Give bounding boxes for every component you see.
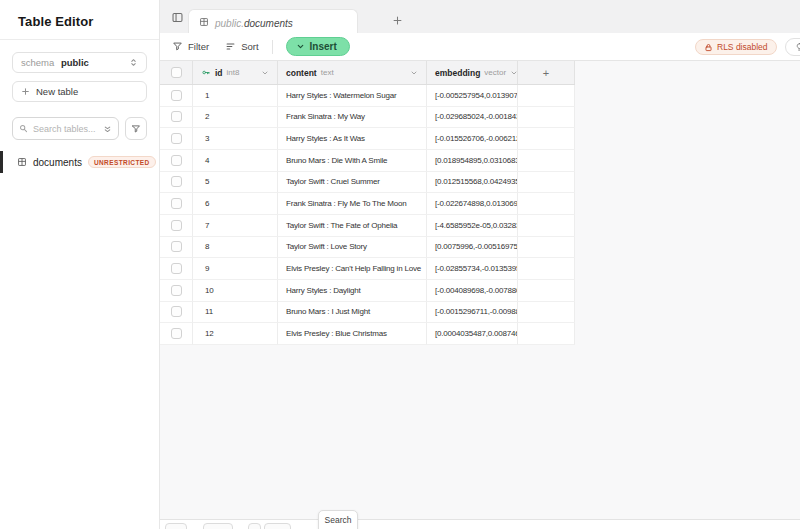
column-header-embedding[interactable]: embedding vector	[427, 61, 518, 84]
row-checkbox[interactable]	[160, 215, 193, 237]
table-row[interactable]: 5 Taylor Swift : Cruel Summer [0.0125155…	[160, 172, 575, 194]
cell-embedding[interactable]: [0.0004035487,0.0087469	[427, 323, 518, 345]
table-row[interactable]: 1 Harry Styles : Watermelon Sugar [-0.00…	[160, 85, 575, 107]
column-name: embedding	[435, 68, 480, 78]
cell-id[interactable]: 10	[193, 280, 278, 302]
table-grid-icon	[17, 157, 27, 167]
cell-id[interactable]: 9	[193, 258, 278, 280]
new-tab-button[interactable]	[386, 9, 408, 31]
table-row[interactable]: 11 Bruno Mars : I Just Might [-0.0015296…	[160, 302, 575, 324]
table-row[interactable]: 7 Taylor Swift : The Fate of Ophelia [-4…	[160, 215, 575, 237]
cell-content[interactable]: Harry Styles : Watermelon Sugar	[278, 85, 427, 107]
tab-bar: public.documents	[160, 0, 800, 34]
select-all-checkbox[interactable]	[160, 61, 193, 84]
cell-empty	[518, 323, 575, 345]
new-table-button[interactable]: New table	[12, 81, 147, 102]
checkbox-icon	[171, 198, 182, 209]
row-checkbox[interactable]	[160, 193, 193, 215]
cell-content[interactable]: Taylor Swift : Cruel Summer	[278, 172, 427, 194]
row-checkbox[interactable]	[160, 150, 193, 172]
search-tables-input[interactable]: Search tables...	[12, 117, 119, 140]
grid-toolbar: Filter Sort Insert RLS disabled	[160, 33, 800, 61]
row-checkbox[interactable]	[160, 237, 193, 259]
sort-button[interactable]: Sort	[225, 41, 258, 52]
row-checkbox[interactable]	[160, 107, 193, 129]
collapse-sidebar-button[interactable]	[167, 8, 187, 26]
table-row[interactable]: 9 Elvis Presley : Can't Help Falling in …	[160, 258, 575, 280]
table-row[interactable]: 8 Taylor Swift : Love Story [0.0075996,-…	[160, 237, 575, 259]
sort-label: Sort	[241, 41, 258, 52]
cell-embedding[interactable]: [-0.02855734,-0.0135395	[427, 258, 518, 280]
cell-content[interactable]: Bruno Mars : Die With A Smile	[278, 150, 427, 172]
chevrons-up-down-icon	[129, 58, 138, 67]
cell-id[interactable]: 8	[193, 237, 278, 259]
cell-content[interactable]: Harry Styles : Daylight	[278, 280, 427, 302]
chevron-down-icon[interactable]	[510, 69, 518, 77]
cell-embedding[interactable]: [-0.029685024,-0.001843	[427, 107, 518, 129]
cell-embedding[interactable]: [-4.6585952e-05,0.03283	[427, 215, 518, 237]
column-header-id[interactable]: id int8	[193, 61, 278, 84]
hint-button-partial[interactable]: In	[785, 38, 800, 56]
table-row[interactable]: 12 Elvis Presley : Blue Christmas [0.000…	[160, 323, 575, 345]
schema-select[interactable]: schema public	[12, 52, 147, 73]
cell-embedding[interactable]: [-0.005257954,0.0139075	[427, 85, 518, 107]
rls-disabled-button[interactable]: RLS disabled	[695, 39, 777, 55]
table-row[interactable]: 6 Frank Sinatra : Fly Me To The Moon [-0…	[160, 193, 575, 215]
row-checkbox[interactable]	[160, 128, 193, 150]
row-checkbox[interactable]	[160, 172, 193, 194]
cell-content[interactable]: Elvis Presley : Blue Christmas	[278, 323, 427, 345]
grid-header-row: id int8 content text embedding vector	[160, 61, 575, 85]
cell-id[interactable]: 1	[193, 85, 278, 107]
cell-content[interactable]: Taylor Swift : The Fate of Ophelia	[278, 215, 427, 237]
cell-embedding[interactable]: [0.018954895,0.03106837	[427, 150, 518, 172]
cell-embedding[interactable]: [-0.0015296711,-0.00988	[427, 302, 518, 324]
next-page-button[interactable]	[248, 523, 261, 529]
table-row[interactable]: 4 Bruno Mars : Die With A Smile [0.01895…	[160, 150, 575, 172]
cell-id[interactable]: 5	[193, 172, 278, 194]
sidebar-item-documents[interactable]: documents UNRESTRICTED ⋮	[0, 151, 159, 173]
cell-empty	[518, 85, 575, 107]
cell-empty	[518, 107, 575, 129]
row-checkbox[interactable]	[160, 323, 193, 345]
table-row[interactable]: 3 Harry Styles : As It Was [-0.015526706…	[160, 128, 575, 150]
filter-button[interactable]: Filter	[172, 41, 209, 52]
cell-embedding[interactable]: [0.0075996,-0.005169757	[427, 237, 518, 259]
refresh-button[interactable]	[165, 523, 187, 529]
table-row[interactable]: 2 Frank Sinatra : My Way [-0.029685024,-…	[160, 107, 575, 129]
cell-content[interactable]: Taylor Swift : Love Story	[278, 237, 427, 259]
cell-content[interactable]: Frank Sinatra : Fly Me To The Moon	[278, 193, 427, 215]
chevron-down-icon[interactable]	[261, 69, 269, 77]
cell-id[interactable]: 3	[193, 128, 278, 150]
table-row[interactable]: 10 Harry Styles : Daylight [-0.004089698…	[160, 280, 575, 302]
cell-id[interactable]: 12	[193, 323, 278, 345]
cell-id[interactable]: 7	[193, 215, 278, 237]
chevron-down-icon[interactable]	[410, 69, 418, 77]
cell-embedding[interactable]: [0.012515568,0.04249352	[427, 172, 518, 194]
insert-button[interactable]: Insert	[286, 37, 350, 56]
cell-content[interactable]: Frank Sinatra : My Way	[278, 107, 427, 129]
checkbox-icon	[171, 133, 182, 144]
cell-content[interactable]: Bruno Mars : I Just Might	[278, 302, 427, 324]
tab-public-documents[interactable]: public.documents	[188, 9, 358, 33]
cell-content[interactable]: Elvis Presley : Can't Help Falling in Lo…	[278, 258, 427, 280]
checkbox-icon	[171, 176, 182, 187]
row-checkbox[interactable]	[160, 302, 193, 324]
column-header-content[interactable]: content text	[278, 61, 427, 84]
page-input[interactable]	[203, 523, 233, 529]
row-checkbox[interactable]	[160, 280, 193, 302]
cell-id[interactable]: 4	[193, 150, 278, 172]
rows-per-page-button[interactable]	[264, 523, 291, 529]
tables-filter-button[interactable]	[125, 117, 147, 140]
cell-id[interactable]: 6	[193, 193, 278, 215]
column-type: vector	[484, 68, 506, 77]
cell-embedding[interactable]: [-0.004089698,-0.007880	[427, 280, 518, 302]
add-column-button[interactable]: +	[518, 61, 575, 84]
cell-id[interactable]: 2	[193, 107, 278, 129]
cell-embedding[interactable]: [-0.022674898,0.0130699	[427, 193, 518, 215]
row-checkbox[interactable]	[160, 258, 193, 280]
cell-id[interactable]: 11	[193, 302, 278, 324]
cell-embedding[interactable]: [-0.015526706,-0.006212	[427, 128, 518, 150]
plus-icon	[392, 15, 403, 26]
row-checkbox[interactable]	[160, 85, 193, 107]
cell-content[interactable]: Harry Styles : As It Was	[278, 128, 427, 150]
